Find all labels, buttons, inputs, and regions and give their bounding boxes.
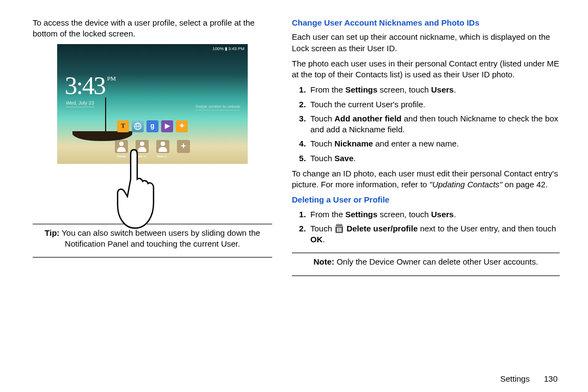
paragraph: The photo each user uses in their person… [292, 58, 560, 81]
heading-change-nicknames: Change User Account Nicknames and Photo … [292, 17, 560, 28]
play-app-icon: ▶ [161, 120, 173, 132]
lockscreen-illustration: 100% ▮ 3:43 PM 3:43PM Wed, July 23 Swipe… [57, 44, 248, 164]
browser-app-icon [132, 120, 144, 132]
step: From the Settings screen, touch Users. [308, 209, 560, 220]
app-shortcut-row: T g ▶ ✦ [117, 120, 188, 132]
step: From the Settings screen, touch Users. [308, 84, 560, 95]
steps-list-1: From the Settings screen, touch Users. T… [292, 84, 560, 164]
steps-list-2: From the Settings screen, touch Users. T… [292, 209, 560, 246]
hand-pointer-icon [111, 146, 160, 234]
intro-text: To access the device with a user profile… [33, 17, 272, 40]
lockscreen-date: Wed, July 23 [66, 100, 94, 107]
user-avatar-add [177, 140, 190, 153]
google-app-icon: g [146, 120, 158, 132]
divider [292, 275, 560, 276]
status-bar: 100% ▮ 3:43 PM [212, 46, 244, 52]
lockscreen-time: 3:43PM [65, 69, 114, 103]
t-app-icon: T [117, 120, 129, 132]
step: Touch Add another field and then touch N… [308, 113, 560, 136]
heading-deleting-user: Deleting a User or Profile [292, 194, 560, 205]
paragraph: To change an ID photo, each user must ed… [292, 168, 560, 191]
step: Touch Nickname and enter a new name. [308, 138, 560, 149]
swipe-hint: Swipe screen to unlock [195, 104, 240, 111]
footer-section: Settings [500, 374, 530, 383]
step: Touch Delete user/profile next to the Us… [308, 223, 560, 246]
footer-page-number: 130 [544, 374, 558, 383]
divider [292, 253, 560, 253]
trash-icon [335, 225, 343, 233]
paragraph: Each user can set up their account nickn… [292, 32, 560, 54]
divider [33, 257, 272, 258]
note-paragraph: Note: Only the Device Owner can delete o… [292, 256, 560, 267]
star-app-icon: ✦ [176, 120, 188, 132]
page-footer: Settings130 [500, 374, 558, 383]
step: Touch the current User's profile. [308, 99, 560, 110]
step: Touch Save. [308, 153, 560, 164]
